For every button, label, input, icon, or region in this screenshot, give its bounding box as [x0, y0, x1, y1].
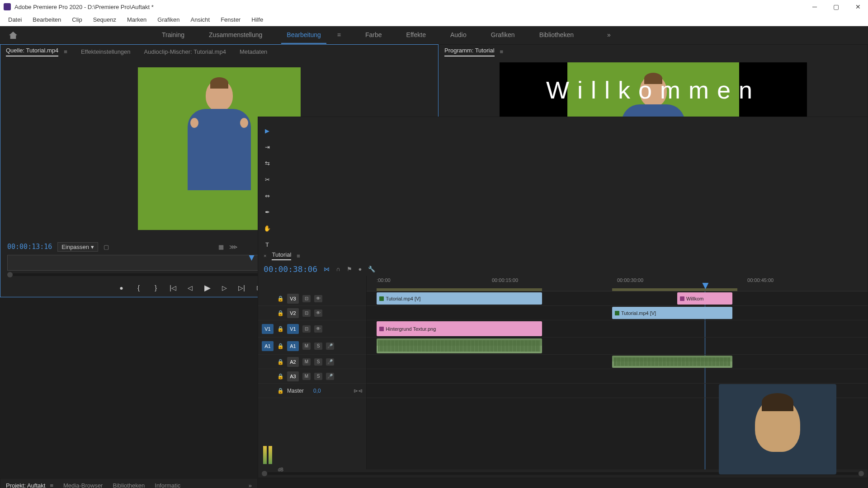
clip-video[interactable]: Tutorial.mp4 [V]	[377, 292, 542, 305]
clip-audio[interactable]	[612, 356, 732, 368]
hand-tool[interactable]: ✋	[263, 224, 272, 233]
menu-ansicht[interactable]: Ansicht	[186, 14, 214, 25]
tab-informatic[interactable]: Informatic	[155, 482, 180, 488]
lock-icon[interactable]: 🔒	[277, 310, 283, 316]
track-v2-header[interactable]: 🔒 V2 ⊡ 👁	[258, 306, 366, 320]
voice-over-icon[interactable]: 🎤	[326, 373, 334, 380]
goto-in-button[interactable]: |◁	[169, 283, 178, 292]
clip-graphic[interactable]: Willkom	[677, 292, 732, 305]
tab-programm[interactable]: Programm: Tutorial	[444, 47, 495, 56]
minimize-button[interactable]: ─	[809, 1, 821, 12]
workspace-training[interactable]: Training	[156, 27, 190, 44]
track-a2-header[interactable]: 🔒 A2 M S 🎤	[258, 355, 366, 369]
lock-icon[interactable]: 🔒	[277, 359, 283, 365]
pen-tool[interactable]: ✒	[263, 207, 272, 216]
clip-video[interactable]: Tutorial.mp4 [V]	[612, 307, 732, 319]
menu-datei[interactable]: Datei	[4, 14, 26, 25]
ripple-edit-tool[interactable]: ⇆	[263, 159, 272, 168]
step-back-button[interactable]: ◁	[186, 283, 195, 292]
play-button[interactable]: ▶	[203, 283, 212, 292]
tabs-overflow-icon[interactable]: »	[249, 482, 252, 488]
track-v1-header[interactable]: V1🔒 V1 ⊡ 👁	[258, 320, 366, 338]
voice-over-icon[interactable]: 🎤	[326, 358, 334, 366]
sequence-name[interactable]: Tutorial	[272, 251, 291, 260]
menu-sequenz[interactable]: Sequenz	[89, 14, 121, 25]
maximize-button[interactable]: ▢	[830, 1, 843, 12]
home-icon[interactable]	[9, 32, 17, 39]
linked-selection-icon[interactable]: ∩	[336, 266, 340, 272]
menu-marken[interactable]: Marken	[123, 14, 151, 25]
mute-button[interactable]: M	[302, 373, 311, 380]
tab-audiomischer[interactable]: Audioclip-Mischer: Tutorial.mp4	[144, 48, 226, 55]
timeline-marker-icon[interactable]: ●	[359, 266, 362, 272]
sync-lock-icon[interactable]: ⊡	[302, 310, 311, 317]
solo-button[interactable]: S	[314, 343, 322, 350]
tab-menu-icon[interactable]: ≡	[297, 253, 300, 259]
tab-metadaten[interactable]: Metadaten	[240, 48, 267, 55]
sync-lock-icon[interactable]: ⊡	[302, 325, 311, 333]
tab-menu-icon[interactable]: ≡	[50, 482, 53, 488]
tab-menu-icon[interactable]: ≡	[64, 48, 67, 55]
goto-out-button[interactable]: ▷|	[237, 283, 246, 292]
voice-over-icon[interactable]: 🎤	[326, 343, 334, 350]
mute-button[interactable]: M	[302, 343, 311, 350]
menu-bearbeiten[interactable]: Bearbeiten	[28, 14, 66, 25]
drag-video-icon[interactable]: ▦	[218, 244, 224, 250]
track-a3-header[interactable]: 🔒 A3 M S 🎤	[258, 369, 366, 384]
timeline-timecode[interactable]: 00:00:38:06	[264, 264, 317, 274]
sync-lock-icon[interactable]: ⊡	[302, 295, 311, 302]
razor-tool[interactable]: ✂	[263, 175, 272, 184]
safe-margins-icon[interactable]: ▢	[104, 244, 109, 250]
workspace-zusammenstellung[interactable]: Zusammenstellung	[203, 27, 268, 44]
lock-icon[interactable]: 🔒	[277, 296, 283, 302]
clip-image[interactable]: Hintergrund Textur.png	[377, 321, 542, 336]
step-forward-button[interactable]: ▷	[220, 283, 229, 292]
menu-grafiken[interactable]: Grafiken	[153, 14, 184, 25]
lock-icon[interactable]: 🔒	[277, 343, 283, 349]
workspace-bibliotheken[interactable]: Bibliotheken	[534, 27, 579, 44]
marker-icon[interactable]: ⚑	[347, 266, 352, 272]
add-marker-button[interactable]: ●	[117, 283, 126, 292]
workspace-audio[interactable]: Audio	[445, 27, 472, 44]
selection-tool[interactable]: ▶	[263, 126, 272, 135]
tab-effekteinstellungen[interactable]: Effekteinstellungen	[81, 48, 131, 55]
toggle-track-output[interactable]: 👁	[314, 295, 322, 302]
track-master-header[interactable]: 🔒 Master 0,0 ⊳⊲	[258, 384, 366, 398]
track-select-tool[interactable]: ⇥	[263, 142, 272, 151]
toggle-track-output[interactable]: 👁	[314, 310, 322, 317]
tab-menu-icon[interactable]: ≡	[500, 48, 504, 55]
type-tool[interactable]: T	[263, 240, 272, 249]
slip-tool[interactable]: ⇔	[263, 191, 272, 200]
lock-icon[interactable]: 🔒	[277, 326, 283, 332]
mark-in-button[interactable]: {	[134, 283, 143, 292]
lock-icon[interactable]: 🔒	[277, 388, 283, 394]
menu-clip[interactable]: Clip	[67, 14, 86, 25]
menu-fenster[interactable]: Fenster	[216, 14, 245, 25]
toggle-track-output[interactable]: 👁	[314, 325, 322, 333]
tab-bibliotheken[interactable]: Bibliotheken	[113, 482, 145, 488]
track-a1-header[interactable]: A1🔒 A1 M S 🎤	[258, 338, 366, 355]
workspace-bearbeitung[interactable]: Bearbeitung	[281, 27, 326, 44]
settings-icon[interactable]: 🔧	[368, 266, 375, 272]
source-zoom-select[interactable]: Einpassen ▾	[57, 242, 98, 252]
snap-icon[interactable]: ⋈	[324, 266, 330, 272]
workspace-menu-icon[interactable]: ≡	[332, 27, 346, 44]
close-button[interactable]: ✕	[852, 1, 864, 12]
workspace-overflow-icon[interactable]: »	[602, 27, 616, 44]
close-sequence-icon[interactable]: ×	[264, 253, 266, 258]
workspace-grafiken[interactable]: Grafiken	[486, 27, 520, 44]
tab-projekt[interactable]: Projekt: Auftakt	[6, 482, 45, 488]
solo-button[interactable]: S	[314, 373, 322, 380]
menu-hilfe[interactable]: Hilfe	[247, 14, 268, 25]
track-v3-header[interactable]: 🔒 V3 ⊡ 👁	[258, 291, 366, 306]
mark-out-button[interactable]: }	[151, 283, 160, 292]
source-timecode-in[interactable]: 00:00:13:16	[7, 243, 52, 251]
collapse-icon[interactable]: ⊳⊲	[354, 388, 363, 394]
workspace-effekte[interactable]: Effekte	[401, 27, 431, 44]
workspace-farbe[interactable]: Farbe	[360, 27, 387, 44]
tab-quelle[interactable]: Quelle: Tutorial.mp4	[6, 47, 58, 56]
mute-button[interactable]: M	[302, 358, 311, 366]
solo-button[interactable]: S	[314, 358, 322, 366]
lock-icon[interactable]: 🔒	[277, 373, 283, 380]
clip-audio[interactable]	[377, 338, 542, 353]
